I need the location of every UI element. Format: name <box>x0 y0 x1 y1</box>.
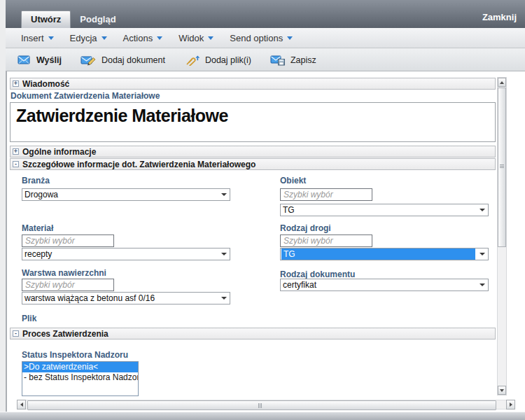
dropdown-arrow-icon[interactable] <box>476 279 488 290</box>
menu-send-options-label: Send options <box>230 33 283 43</box>
menu-bar: Insert Edycja Actions Widok Send options <box>6 28 525 48</box>
add-document-button-label: Dodaj dokument <box>102 55 165 65</box>
tab-bar: Utwórz Podgląd <box>21 10 125 28</box>
list-item[interactable]: - bez Status Inspektora Nadzoru <box>22 372 138 383</box>
document-title-box[interactable]: Zatwierdzenie Materiałowe <box>10 102 496 142</box>
send-button[interactable]: Wyślij <box>18 55 62 65</box>
attach-file-icon <box>184 55 200 66</box>
triangle-down-icon <box>500 389 504 392</box>
list-item[interactable]: >Do zatwierdzenia< <box>22 362 138 372</box>
dropdown-arrow-icon[interactable] <box>218 189 230 200</box>
document-type-label: Dokument Zatwierdzenia Materiałowe <box>10 91 160 101</box>
chevron-down-icon <box>48 36 54 40</box>
scroll-right-button[interactable] <box>506 400 515 410</box>
save-button-label: Zapisz <box>290 55 316 65</box>
send-button-label: Wyślij <box>36 55 62 65</box>
material-label: Materiał <box>22 223 53 233</box>
section-szczegolowe-label: Szczegółowe informacje dot. Zatwierdzeni… <box>22 160 255 169</box>
horizontal-scrollbar-thumb[interactable] <box>27 400 496 410</box>
form-content: + Wiadomość Dokument Zatwierdzenia Mater… <box>6 71 525 412</box>
vertical-scrollbar[interactable] <box>497 77 507 396</box>
grip-icon <box>258 403 262 408</box>
menu-actions[interactable]: Actions <box>123 33 163 43</box>
save-button[interactable]: Zapisz <box>270 55 316 66</box>
status-inspektora-label: Status Inspektora Nadzoru <box>22 350 128 360</box>
tab-podglad[interactable]: Podgląd <box>71 11 125 28</box>
material-quick-input[interactable]: Szybki wybór <box>22 234 114 247</box>
scroll-up-button[interactable] <box>498 78 506 87</box>
material-select[interactable]: recepty <box>22 248 230 260</box>
section-ogolne[interactable]: + Ogólne informacje <box>10 146 496 158</box>
vertical-scrollbar-thumb[interactable] <box>498 88 506 247</box>
add-files-button[interactable]: Dodaj plik(i) <box>184 55 251 66</box>
chevron-down-icon <box>102 36 107 40</box>
add-document-button[interactable]: Dodaj dokument <box>80 55 165 66</box>
obiekt-quick-input[interactable]: Szybki wybór <box>280 188 372 201</box>
section-proces-label: Proces Zatwierdzenia <box>22 329 108 339</box>
menu-insert[interactable]: Insert <box>21 33 54 43</box>
document-title: Zatwierdzenie Materiałowe <box>16 106 489 126</box>
menu-edycja-label: Edycja <box>70 33 97 43</box>
triangle-left-icon <box>20 402 23 407</box>
menu-actions-label: Actions <box>123 33 153 43</box>
warstwa-value: warstwa wiążąca z betonu asf 0/16 <box>22 293 218 304</box>
section-szczegolowe[interactable]: - Szczegółowe informacje dot. Zatwierdze… <box>10 158 496 170</box>
horizontal-scrollbar-track[interactable] <box>26 400 506 410</box>
section-wiadomosc-label: Wiadomość <box>22 79 69 89</box>
rodzaj-drogi-quick-input[interactable]: Szybki wybór <box>280 234 372 247</box>
warstwa-select[interactable]: warstwa wiążąca z betonu asf 0/16 <box>22 292 230 304</box>
collapse-icon[interactable]: - <box>13 161 19 167</box>
material-value: recepty <box>22 248 218 260</box>
expand-icon[interactable]: + <box>13 80 19 87</box>
scroll-left-button[interactable] <box>17 400 26 410</box>
dropdown-arrow-icon[interactable] <box>476 204 488 216</box>
close-button[interactable]: Zamknij <box>482 12 517 22</box>
rodzaj-drogi-label: Rodzaj drogi <box>280 223 331 233</box>
obiekt-select[interactable]: TG <box>280 204 489 216</box>
branza-label: Branża <box>22 176 50 186</box>
section-wiadomosc[interactable]: + Wiadomość <box>10 78 496 90</box>
dialog-window: Utwórz Podgląd Zamknij Insert Edycja Act… <box>6 0 525 412</box>
branza-value: Drogowa <box>22 189 218 200</box>
menu-edycja[interactable]: Edycja <box>70 33 107 43</box>
dropdown-arrow-icon[interactable] <box>218 248 230 260</box>
add-document-icon <box>80 55 97 66</box>
window-bottom-edge <box>0 412 525 420</box>
horizontal-scrollbar[interactable] <box>17 400 515 410</box>
rodzaj-dokumentu-select[interactable]: certyfikat <box>280 279 489 291</box>
status-inspektora-listbox[interactable]: >Do zatwierdzenia< - bez Status Inspekto… <box>22 361 139 396</box>
chevron-down-icon <box>287 36 293 40</box>
obiekt-value: TG <box>281 204 476 216</box>
dropdown-arrow-icon[interactable] <box>218 293 230 304</box>
chevron-down-icon <box>208 36 214 40</box>
tool-bar: Wyślij Dodaj dokument <box>6 49 525 71</box>
section-proces[interactable]: - Proces Zatwierdzenia <box>10 328 496 340</box>
rodzaj-dokumentu-label: Rodzaj dokumentu <box>280 270 355 279</box>
plik-label: Plik <box>22 314 36 323</box>
warstwa-label: Warstwa nawierzchni <box>22 268 106 278</box>
menu-widok[interactable]: Widok <box>178 33 214 43</box>
save-icon <box>270 55 286 66</box>
obiekt-label: Obiekt <box>280 176 306 186</box>
triangle-up-icon <box>500 81 504 84</box>
menu-send-options[interactable]: Send options <box>230 33 293 43</box>
warstwa-quick-input[interactable]: Szybki wybór <box>22 279 114 291</box>
collapse-icon[interactable]: - <box>13 330 19 337</box>
section-ogolne-label: Ogólne informacje <box>22 147 96 157</box>
tab-utworz[interactable]: Utwórz <box>21 10 71 28</box>
expand-icon[interactable]: + <box>13 148 19 155</box>
menu-insert-label: Insert <box>21 33 44 43</box>
branza-select[interactable]: Drogowa <box>22 188 230 201</box>
rodzaj-drogi-select[interactable]: TG <box>280 248 489 260</box>
add-files-button-label: Dodaj plik(i) <box>205 55 251 65</box>
scroll-down-button[interactable] <box>498 386 506 395</box>
grip-icon <box>500 164 504 169</box>
menu-widok-label: Widok <box>178 33 204 43</box>
dropdown-arrow-icon[interactable] <box>476 248 488 260</box>
title-bar: Utwórz Podgląd Zamknij <box>6 0 525 28</box>
chevron-down-icon <box>157 36 162 40</box>
rodzaj-drogi-value: TG <box>281 248 475 260</box>
rodzaj-dokumentu-value: certyfikat <box>281 279 476 290</box>
triangle-right-icon <box>510 402 512 407</box>
send-mail-icon <box>18 55 31 65</box>
